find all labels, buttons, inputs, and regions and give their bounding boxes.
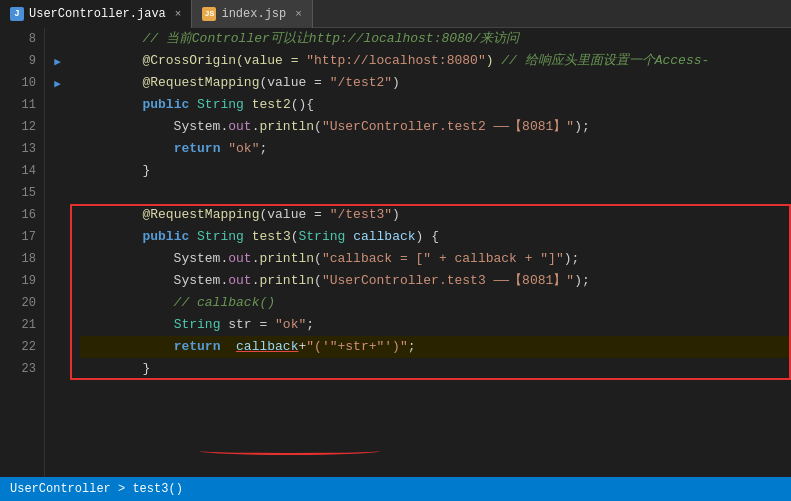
tab-java[interactable]: J UserController.java × [0,0,192,28]
gutter-17 [45,226,70,248]
code-20-text: // callback() [80,292,275,314]
gutter-9: ▶ [45,50,70,72]
editor: 8 9 10 11 12 13 14 15 16 17 18 19 20 21 … [0,28,791,477]
tab-bar: J UserController.java × JS index.jsp × [0,0,791,28]
jsp-icon: JS [202,7,216,21]
line-num-9: 9 [0,50,36,72]
code-line-20: // callback() [80,292,791,314]
gutter-11 [45,94,70,116]
gutter-14 [45,160,70,182]
code-22-text: return callback+"('"+str+"')"; [80,336,416,358]
gutter-12 [45,116,70,138]
code-line-22: return callback+"('"+str+"')"; [80,336,791,358]
gutter-19 [45,270,70,292]
code-line-9: @CrossOrigin(value = "http://localhost:8… [80,50,791,72]
code-8-text: // 当前Controller可以让http://localhost:8080/… [80,28,519,50]
line-num-13: 13 [0,138,36,160]
line-numbers: 8 9 10 11 12 13 14 15 16 17 18 19 20 21 … [0,28,45,477]
return-underline-decoration [200,447,380,455]
code-9-text: @CrossOrigin(value = "http://localhost:8… [80,50,709,72]
tab-jsp-close[interactable]: × [295,8,302,20]
gutter-15 [45,182,70,204]
line-num-15: 15 [0,182,36,204]
gutter-18 [45,248,70,270]
gutter-20 [45,292,70,314]
gutter-8 [45,28,70,50]
gutter-23 [45,358,70,380]
line-num-22: 22 [0,336,36,358]
code-line-18: System.out.println("callback = [" + call… [80,248,791,270]
line-num-14: 14 [0,160,36,182]
code-line-17: public String test3(String callback) { [80,226,791,248]
code-19-text: System.out.println("UserController.test3… [80,270,590,292]
tab-java-close[interactable]: × [175,8,182,20]
line-num-12: 12 [0,116,36,138]
gutter-16 [45,204,70,226]
java-icon: J [10,7,24,21]
gutter-13 [45,138,70,160]
status-bar: UserController > test3() [0,477,791,501]
code-line-8: // 当前Controller可以让http://localhost:8080/… [80,28,791,50]
line-num-21: 21 [0,314,36,336]
line-num-23: 23 [0,358,36,380]
tab-java-label: UserController.java [29,7,166,21]
gutter-21 [45,314,70,336]
code-line-19: System.out.println("UserController.test3… [80,270,791,292]
code-23-text: } [80,358,150,380]
code-line-10: @RequestMapping(value = "/test2") [80,72,791,94]
gutter-22 [45,336,70,358]
line-num-17: 17 [0,226,36,248]
code-15-text [80,182,88,204]
code-line-21: String str = "ok"; [80,314,791,336]
code-17-text: public String test3(String callback) { [80,226,439,248]
code-line-16: @RequestMapping(value = "/test3") [80,204,791,226]
breadcrumb: UserController > test3() [10,482,183,496]
code-14-text: } [80,160,150,182]
code-18-text: System.out.println("callback = [" + call… [80,248,579,270]
code-line-23: } [80,358,791,380]
code-line-13: return "ok"; [80,138,791,160]
code-13-text: return "ok"; [80,138,267,160]
code-11-text: public String test2(){ [80,94,314,116]
line-num-20: 20 [0,292,36,314]
code-area: 8 9 10 11 12 13 14 15 16 17 18 19 20 21 … [0,28,791,477]
tab-jsp-label: index.jsp [221,7,286,21]
code-line-12: System.out.println("UserController.test2… [80,116,791,138]
gutter-10: ▶ [45,72,70,94]
code-12-text: System.out.println("UserController.test2… [80,116,590,138]
line-num-11: 11 [0,94,36,116]
line-num-16: 16 [0,204,36,226]
line-num-10: 10 [0,72,36,94]
tab-jsp[interactable]: JS index.jsp × [192,0,312,28]
code-21-text: String str = "ok"; [80,314,314,336]
code-line-15 [80,182,791,204]
line-num-8: 8 [0,28,36,50]
line-num-19: 19 [0,270,36,292]
gutter-col: ▶ ▶ [45,28,70,477]
code-content: // 当前Controller可以让http://localhost:8080/… [70,28,791,477]
code-10-text: @RequestMapping(value = "/test2") [80,72,400,94]
line-num-18: 18 [0,248,36,270]
code-line-11: public String test2(){ [80,94,791,116]
code-16-text: @RequestMapping(value = "/test3") [80,204,400,226]
code-line-14: } [80,160,791,182]
